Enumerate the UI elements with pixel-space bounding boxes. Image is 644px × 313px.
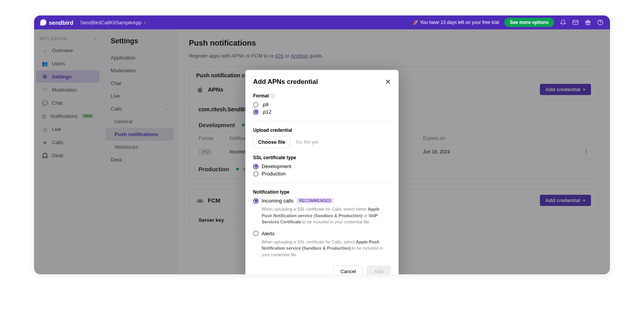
bell-icon[interactable] bbox=[560, 19, 567, 26]
gift-icon[interactable] bbox=[584, 19, 591, 26]
modal-header: Add APNs credential ✕ bbox=[253, 78, 391, 86]
radio-icon bbox=[253, 171, 259, 177]
topbar: sendbird SendBirdCallKitSampleApp ▾ 🚀 Yo… bbox=[34, 15, 610, 29]
add-button[interactable]: Add bbox=[367, 265, 391, 274]
app-switcher[interactable]: SendBirdCallKitSampleApp ▾ bbox=[80, 20, 146, 26]
radio-p8[interactable]: .p8 bbox=[253, 102, 391, 107]
trial-text: 🚀 You have 13 days left on your free tri… bbox=[413, 20, 499, 25]
brand: sendbird bbox=[40, 19, 73, 26]
info-icon[interactable]: i bbox=[271, 94, 275, 98]
ssl-label: SSL certificate type bbox=[253, 155, 391, 160]
radio-incoming[interactable]: Incoming calls RECOMMENDED bbox=[253, 198, 391, 204]
divider bbox=[253, 183, 391, 183]
format-label: Formati bbox=[253, 93, 391, 99]
sendbird-logo-icon bbox=[40, 19, 46, 26]
upload-label: Upload credential bbox=[253, 128, 391, 133]
app-name: SendBirdCallKitSampleApp bbox=[80, 20, 141, 26]
upload-row: Choose file No file yet bbox=[253, 136, 391, 148]
radio-alerts[interactable]: Alerts bbox=[253, 231, 391, 236]
topbar-right: 🚀 You have 13 days left on your free tri… bbox=[413, 18, 604, 27]
radio-p12[interactable]: .p12 bbox=[253, 109, 391, 115]
add-apns-modal: Add APNs credential ✕ Formati .p8 .p12 U… bbox=[245, 70, 399, 274]
modal-footer: Cancel Add bbox=[253, 265, 391, 274]
modal-title: Add APNs credential bbox=[253, 78, 318, 86]
radio-icon bbox=[253, 198, 259, 204]
incoming-help-text: When uploading a SSL certificate for Cal… bbox=[262, 206, 391, 225]
notif-type-label: Notification type bbox=[253, 189, 391, 195]
close-icon[interactable]: ✕ bbox=[385, 78, 391, 86]
mail-icon[interactable] bbox=[572, 19, 579, 26]
divider bbox=[253, 121, 391, 121]
chevron-down-icon: ▾ bbox=[144, 20, 146, 25]
recommended-badge: RECOMMENDED bbox=[296, 198, 334, 204]
radio-ssl-prod[interactable]: Production bbox=[253, 171, 391, 177]
help-icon[interactable] bbox=[597, 19, 604, 26]
modal-overlay[interactable]: Add APNs credential ✕ Formati .p8 .p12 U… bbox=[34, 29, 610, 274]
alerts-help-text: When uploading a SSL certificate for Cal… bbox=[262, 239, 391, 258]
choose-file-button[interactable]: Choose file bbox=[253, 136, 290, 148]
radio-icon bbox=[253, 164, 259, 169]
radio-icon bbox=[253, 109, 259, 115]
app-frame: sendbird SendBirdCallKitSampleApp ▾ 🚀 Yo… bbox=[34, 15, 610, 274]
see-more-button[interactable]: See more options bbox=[504, 18, 554, 27]
radio-ssl-dev[interactable]: Development bbox=[253, 163, 391, 169]
no-file-text: No file yet bbox=[296, 139, 319, 145]
radio-icon bbox=[253, 102, 259, 107]
cancel-button[interactable]: Cancel bbox=[334, 265, 362, 274]
brand-text: sendbird bbox=[49, 19, 73, 26]
body: APPLICATION « ⌂Overview 👥Users ⚙Settings… bbox=[34, 29, 610, 274]
radio-icon bbox=[253, 231, 259, 236]
